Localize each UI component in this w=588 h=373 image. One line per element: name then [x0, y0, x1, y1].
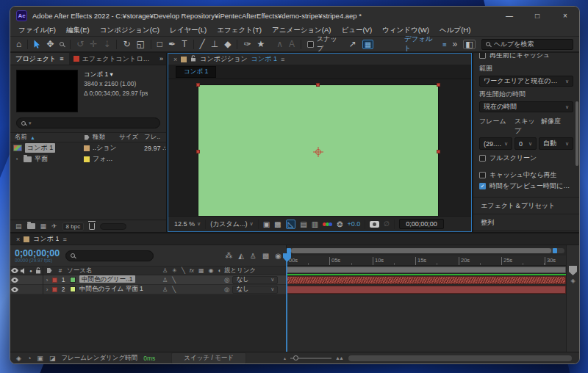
quality-switch-icon[interactable]: ╲: [182, 267, 185, 274]
close-tab-icon[interactable]: ×: [16, 236, 20, 243]
solid-layer-canvas[interactable]: [198, 85, 438, 216]
project-row-comp[interactable]: コンポ 1 ..ション 29.97∴: [10, 142, 166, 153]
switches-modes-button[interactable]: スイッチ / モード: [171, 352, 246, 364]
number-column[interactable]: #: [55, 267, 65, 274]
work-area-bar[interactable]: [287, 267, 566, 273]
tab-effects-presets[interactable]: エフェクト＆プリセット: [473, 197, 579, 214]
roto-brush-tool-icon[interactable]: ✑: [243, 40, 251, 48]
time-navigator[interactable]: [287, 247, 564, 254]
move-time-option[interactable]: ✓ 時間をプレビュー時間に移動: [479, 181, 573, 192]
dolly-camera-tool-icon[interactable]: ⇣: [103, 40, 110, 48]
vertical-scrollbar[interactable]: [576, 101, 578, 166]
mini-flowchart-icon[interactable]: ⁂: [225, 252, 232, 260]
clone-stamp-tool-icon[interactable]: ⊥: [211, 40, 218, 48]
checkbox[interactable]: [479, 155, 486, 162]
zoom-in-icon[interactable]: ▲▲: [335, 355, 343, 361]
selection-tool-icon[interactable]: [34, 40, 40, 48]
help-search-input[interactable]: ヘルプを検索: [481, 39, 573, 50]
expander-icon[interactable]: ›: [13, 156, 21, 162]
zoom-slider-handle[interactable]: [293, 355, 298, 361]
parent-dropdown[interactable]: なし∨: [232, 286, 278, 294]
snap-toggle[interactable]: スナップ: [307, 35, 343, 54]
column-label-tag[interactable]: [81, 135, 93, 140]
checkbox[interactable]: [479, 172, 486, 178]
horizontal-scrollbar[interactable]: [348, 355, 572, 361]
source-name-column[interactable]: ソース名: [65, 267, 159, 275]
layer-row-2[interactable]: › 2 中間色のライム 平面 1 ♙ ╲ ◎ なし∨: [10, 285, 286, 294]
column-size[interactable]: サイズ: [119, 133, 144, 142]
tab-project[interactable]: プロジェクト ≡: [10, 53, 69, 65]
bit-depth-button[interactable]: 8 bpc: [62, 222, 85, 231]
cache-before-playback-option[interactable]: 再生前にキャッシュ: [479, 53, 573, 61]
maximize-button[interactable]: □: [523, 7, 551, 24]
status-toggle-icon-3[interactable]: ▣: [37, 355, 43, 362]
shy-switch-icon[interactable]: ♙: [162, 267, 168, 274]
hand-tool-icon[interactable]: ✥: [46, 40, 54, 48]
orbit-camera-tool-icon[interactable]: ↺: [76, 40, 84, 48]
layer-duration-bar[interactable]: [287, 276, 566, 284]
project-search-input[interactable]: ▾: [16, 117, 160, 128]
adjustment-switch-icon[interactable]: ◐: [218, 267, 221, 274]
frame-blend-switch-icon[interactable]: ▦: [198, 267, 204, 274]
shy-switch-icon[interactable]: ♙: [162, 286, 168, 293]
label-color-swatch[interactable]: [84, 156, 90, 162]
menu-layer[interactable]: レイヤー(L): [165, 26, 212, 35]
lock-column-icon[interactable]: [34, 267, 43, 274]
minimize-button[interactable]: —: [495, 7, 523, 24]
composition-viewport[interactable]: [168, 79, 471, 216]
brush-tool-icon[interactable]: ╱: [199, 40, 204, 48]
interpret-footage-icon[interactable]: ▤: [15, 222, 22, 230]
tab-effect-controls[interactable]: エフェクトコントロール 中間色: [69, 54, 157, 64]
panel-menu-icon[interactable]: ≡: [62, 236, 66, 243]
draft-3d-icon[interactable]: ◭: [238, 252, 244, 260]
navigator-range[interactable]: [291, 248, 551, 253]
pan-camera-tool-icon[interactable]: ✛: [90, 40, 97, 48]
workspace-selector[interactable]: デフォルト ≡: [404, 35, 447, 54]
transparency-grid-icon[interactable]: ▩: [274, 220, 281, 228]
item-name[interactable]: 平面: [35, 154, 48, 164]
panel-menu-icon[interactable]: ≡: [60, 55, 63, 62]
current-time-display[interactable]: 0;00;00;00 00000 (29.97 fps): [15, 249, 60, 263]
label-color-swatch[interactable]: [84, 145, 90, 151]
eraser-tool-icon[interactable]: ◆: [224, 40, 231, 48]
menu-effect[interactable]: エフェクト(T): [212, 26, 267, 35]
magnification-dropdown[interactable]: 12.5 % ∨: [174, 220, 201, 228]
expander-icon[interactable]: ›: [43, 277, 51, 283]
checkbox[interactable]: [479, 53, 486, 59]
solo-column-icon[interactable]: ●: [28, 269, 34, 273]
fullscreen-option[interactable]: フルスクリーン: [479, 153, 573, 164]
status-toggle-icon-2[interactable]: ◔: [27, 355, 31, 362]
axis-mode-icon[interactable]: ∧: [276, 40, 283, 48]
type-tool-icon[interactable]: T: [182, 40, 187, 48]
new-composition-icon[interactable]: ▦: [40, 222, 47, 230]
snapshot-camera-icon[interactable]: [370, 221, 379, 228]
breadcrumb-comp-button[interactable]: コンポ 1: [176, 66, 216, 78]
frame-rate-dropdown[interactable]: (29.97)∨: [479, 137, 512, 150]
selection-handle[interactable]: [196, 150, 200, 153]
layer-duration-bar[interactable]: [287, 286, 566, 294]
layer-label-color[interactable]: [52, 287, 57, 292]
column-type[interactable]: 種類: [93, 133, 119, 142]
composition-tab-label[interactable]: コンポジション: [200, 54, 247, 64]
audio-column-icon[interactable]: [19, 268, 28, 274]
quality-switch-icon[interactable]: ╲: [172, 277, 176, 283]
new-folder-icon[interactable]: [27, 223, 35, 229]
resolution-dropdown[interactable]: (カスタム...) ∨: [210, 220, 253, 229]
parent-link-column[interactable]: 親とリンク: [224, 267, 286, 275]
marker-icon[interactable]: ◈: [570, 278, 575, 284]
comp-name-caret-icon[interactable]: ▾: [110, 70, 113, 78]
viewer-timecode[interactable]: 0;00;00;00: [399, 219, 444, 229]
tab-overflow-chevron[interactable]: »: [157, 55, 166, 62]
menu-composition[interactable]: コンポジション(C): [95, 26, 165, 35]
selection-handle[interactable]: [437, 150, 440, 153]
menu-help[interactable]: ヘルプ(H): [434, 26, 476, 35]
expander-icon[interactable]: ›: [43, 286, 51, 293]
parent-dropdown[interactable]: なし∨: [232, 276, 278, 284]
more-workspaces-chevron[interactable]: »: [453, 40, 458, 48]
parent-pickwhip-icon[interactable]: ◎: [224, 276, 229, 283]
column-frame-rate[interactable]: フレ..: [144, 133, 166, 142]
composition-tab-comp-name[interactable]: コンポ 1: [251, 54, 277, 64]
layer-name[interactable]: 中間色のライム 平面 1: [78, 285, 159, 294]
collapse-switch-icon[interactable]: ✳: [172, 267, 177, 274]
snap-along-edges-icon[interactable]: ↗: [349, 40, 356, 48]
